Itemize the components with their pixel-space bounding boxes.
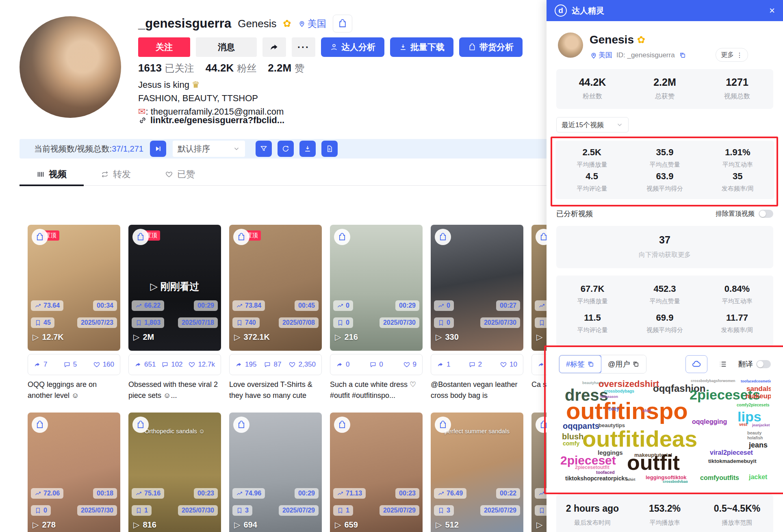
wordcloud-word[interactable]: viral2pieceset: [710, 449, 753, 456]
share-button[interactable]: [262, 37, 286, 57]
more-pill-button[interactable]: 更多⋮: [716, 48, 748, 62]
analyze-button[interactable]: 达人分析: [321, 37, 384, 57]
close-icon[interactable]: ×: [769, 6, 775, 15]
wordcloud-word[interactable]: lips: [737, 410, 761, 423]
bio-link[interactable]: linktr.ee/genesisguerra?fbclid...: [138, 115, 284, 126]
download-icon: [304, 145, 312, 153]
shop-button[interactable]: [333, 15, 352, 33]
video-caption[interactable]: @Bostanten vegan leather cross body bag …: [431, 379, 523, 401]
shop-bag-badge: [233, 229, 249, 245]
exclude-pinned-toggle[interactable]: [759, 210, 773, 218]
list-view-button[interactable]: [712, 356, 733, 373]
wordcloud-word[interactable]: crossbodybag: [663, 480, 688, 483]
copy-icon[interactable]: [632, 360, 640, 368]
wordcloud-word[interactable]: outfitinspo: [566, 399, 688, 423]
follow-button[interactable]: 关注: [138, 37, 190, 57]
wordcloud-word[interactable]: vest: [739, 423, 747, 427]
export-report-button[interactable]: [321, 141, 338, 157]
wordcloud-word[interactable]: oqqlegging: [692, 419, 727, 425]
video-thumbnail[interactable]: 000:2702025/07/30▷ 330: [431, 225, 523, 351]
video-card[interactable]: 000:2702025/07/30▷ 3301210@Bostanten veg…: [431, 225, 523, 401]
tab-liked[interactable]: 已赞: [148, 163, 212, 185]
video-thumbnail[interactable]: 74.9600:2932025/07/29▷ 694: [229, 413, 322, 532]
video-card[interactable]: 72.0600:1802025/07/30▷ 278: [28, 413, 120, 532]
like-count: 160: [93, 360, 114, 369]
wordcloud-word[interactable]: tshirt: [626, 478, 636, 482]
wordcloud-word[interactable]: outfit: [627, 452, 680, 473]
score-chip: 73.64: [31, 300, 63, 311]
video-thumbnail[interactable]: 72.0600:1802025/07/30▷ 278: [28, 413, 120, 532]
hashtag-wordcloud[interactable]: dressbeautyhacksoversizedshirtcrossbodyb…: [559, 378, 771, 483]
wordcloud-word[interactable]: jacket: [749, 474, 767, 480]
document-icon: [325, 145, 334, 153]
wordcloud-word[interactable]: tiktokmademebuyit: [708, 458, 756, 464]
wordcloud-word[interactable]: oversizedshirt: [599, 380, 659, 389]
video-card[interactable]: Orthopedic sandals ☺75.1600:2312025/07/3…: [128, 413, 221, 532]
copy-icon[interactable]: [679, 52, 686, 59]
batch-download-button[interactable]: 批量下载: [390, 37, 453, 57]
video-caption[interactable]: OQQ leggings are on another level ☺ #oqq…: [28, 379, 120, 401]
video-card[interactable]: 74.9600:2932025/07/29▷ 694: [229, 413, 322, 532]
wordcloud-word[interactable]: crossbodybagsforwomen: [691, 379, 735, 383]
video-caption[interactable]: Such a cute white dress ♡ #outfit #outfi…: [330, 379, 423, 401]
wordcloud-word[interactable]: jeans: [749, 441, 768, 449]
shop-bag-badge: [32, 229, 48, 245]
wordcloud-word[interactable]: toofacedcosmetics: [741, 380, 771, 383]
video-thumbnail[interactable]: 71.1300:2312025/07/29▷ 659: [330, 413, 423, 532]
video-thumbnail[interactable]: 000:2902025/07/30▷ 216: [330, 225, 423, 351]
copy-icon[interactable]: [587, 360, 594, 368]
video-card[interactable]: 000:2902025/07/30▷ 216009Such a cute whi…: [330, 225, 423, 401]
more-button[interactable]: ···: [292, 37, 315, 57]
video-caption[interactable]: Love oversized T-Shirts & they have so m…: [229, 379, 322, 401]
video-stats: 65110212.7k: [128, 354, 221, 375]
wordcloud-word[interactable]: tiktokshopcreatorpicks: [565, 476, 628, 481]
translate-toggle[interactable]: [756, 360, 771, 368]
video-thumbnail[interactable]: 置顶▷ 刚刚看过66.2200:291,8032025/07/18▷ 2M: [128, 225, 221, 351]
download-button[interactable]: [299, 141, 316, 157]
play-next-button[interactable]: [150, 141, 166, 157]
video-thumbnail[interactable]: perfect summer sandals76.4900:2232025/07…: [431, 413, 523, 532]
wordcloud-word[interactable]: sandals: [746, 385, 771, 392]
cloud-view-button[interactable]: [685, 355, 707, 373]
video-thumbnail[interactable]: Orthopedic sandals ☺75.1600:2312025/07/3…: [128, 413, 221, 532]
video-card[interactable]: 置顶▷ 刚刚看过66.2200:291,8032025/07/18▷ 2M651…: [128, 225, 221, 401]
tab-hashtags[interactable]: #标签: [559, 355, 602, 373]
wordcloud-word[interactable]: comfyoutfits: [700, 475, 739, 481]
video-caption[interactable]: Obsessed with these viral 2 piece sets ☺…: [128, 379, 221, 401]
wordcloud-word[interactable]: jeanjacket: [752, 423, 770, 427]
wordcloud-word[interactable]: beauty: [747, 431, 761, 435]
wordcloud-word[interactable]: 2piecesetoutfit: [575, 465, 609, 470]
tab-reposts[interactable]: 转发: [84, 163, 148, 185]
wordcloud-word[interactable]: comfy2piecesets: [737, 403, 770, 407]
commerce-analyze-button[interactable]: 带货分析: [459, 37, 523, 57]
video-range-dropdown[interactable]: 最近15个视频: [556, 117, 629, 132]
filter-icon: [260, 145, 268, 153]
video-card[interactable]: 置顶73.8400:457402025/07/08▷ 372.1K195872,…: [229, 225, 322, 401]
tab-mentions[interactable]: @用户: [601, 355, 646, 373]
wordcloud-word[interactable]: blush: [562, 432, 583, 441]
video-thumbnail[interactable]: 置顶73.8400:457402025/07/08▷ 372.1K: [229, 225, 322, 351]
video-card[interactable]: 置顶73.6400:34452025/07/23▷ 12.7K75160OQQ …: [28, 225, 120, 401]
refresh-button[interactable]: [278, 141, 294, 157]
video-card[interactable]: 71.1300:2312025/07/29▷ 659: [330, 413, 423, 532]
video-thumbnail[interactable]: 置顶73.6400:34452025/07/23▷ 12.7K: [28, 225, 120, 351]
tab-videos[interactable]: 视频: [20, 163, 84, 185]
video-card[interactable]: perfect summer sandals76.4900:2232025/07…: [431, 413, 523, 532]
wordcloud-word[interactable]: cozy: [608, 406, 619, 411]
play-count: ▷ 372.1K: [234, 332, 270, 342]
location-link[interactable]: 美国: [298, 17, 326, 30]
wordcloud-word[interactable]: comfy: [563, 441, 579, 446]
saves-chip: 45: [31, 317, 54, 328]
grid-icon: [37, 170, 45, 178]
sort-dropdown[interactable]: 默认排序: [173, 141, 245, 157]
wordcloud-word[interactable]: makeup: [746, 393, 771, 400]
message-button[interactable]: 消息: [196, 37, 257, 57]
wordcloud-word[interactable]: crossbodybags: [604, 389, 634, 393]
wordcloud-word[interactable]: outfitideas: [582, 428, 697, 450]
play-count: ▷ 12.7K: [33, 332, 64, 342]
shop-bag-badge: [435, 229, 451, 245]
filter-button[interactable]: [256, 141, 272, 157]
wordcloud-word[interactable]: shirt: [642, 409, 651, 413]
wordcloud-word[interactable]: toofaced: [596, 470, 615, 475]
wordcloud-word[interactable]: holafish: [747, 436, 763, 440]
